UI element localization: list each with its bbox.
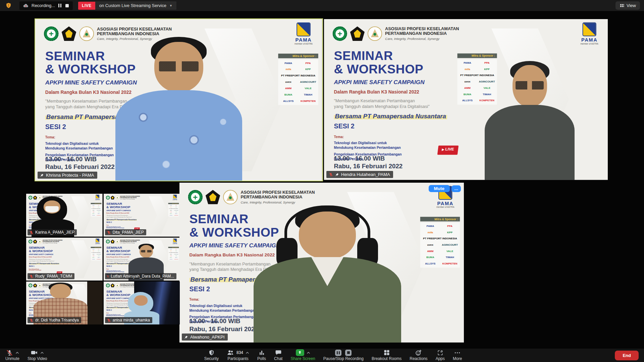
muted-mic-icon [107, 230, 111, 235]
poster-quote: "Membangun Keselamatan Pertambangan yang… [334, 98, 473, 110]
pama-logo: PAMA member of ASTRA [171, 195, 178, 201]
sponsor-logo-pt-freeport-indonesia: PT FREEPORT INDONESIA [91, 252, 101, 253]
stop-video-button[interactable]: Stop Video [23, 349, 51, 362]
meeting-info-shield-icon[interactable] [4, 1, 13, 10]
poster-header: ASOSIASI PROFESI KESELAMATAN PERTAMBANGA… [106, 240, 140, 244]
video-tile-dita-pama-jiep[interactable]: ASOSIASI PROFESI KESELAMATAN PERTAMBANGA… [104, 194, 180, 237]
video-tile-karina-a-pama-jiep[interactable]: ASOSIASI PROFESI KESELAMATAN PERTAMBANGA… [26, 194, 103, 237]
org-name-line2: PERTAMBANGAN INDONESIA [240, 195, 315, 200]
video-tile-khrisna-protecta[interactable]: ASOSIASI PROFESI KESELAMATAN PERTAMBANGA… [35, 18, 323, 181]
participant-name: Alwahono_APKPI [190, 335, 225, 340]
security-button[interactable]: Security [200, 349, 223, 362]
sponsor-logo-kpp: KPP [96, 206, 101, 208]
sponsor-logo-kpp: KPP [173, 250, 178, 252]
chevron-up-icon[interactable] [15, 352, 19, 354]
poster-header: ASOSIASI PROFESI KESELAMATAN PERTAMBANGA… [44, 26, 172, 41]
poster-schedule: 13.00 - 16.00 WIB Rabu, 16 Februari 2022 [190, 317, 258, 333]
sponsor-logo-kompeten: KOMPETEN [96, 215, 101, 216]
video-tile-hendra-hutahean[interactable]: ASOSIASI PROFESI KESELAMATAN PERTAMBANGA… [324, 19, 608, 180]
pinned-icon [40, 173, 44, 177]
org-tagline: Care, Integrity, Professional, Synergy [120, 242, 140, 243]
breakout-rooms-button[interactable]: Breakout Rooms [368, 349, 406, 362]
k3-logo-icon [106, 284, 110, 288]
video-tile-lutfan-amirsyah-dara-duta-pam[interactable]: ASOSIASI PROFESI KESELAMATAN PERTAMBANGA… [104, 238, 180, 281]
chevron-up-icon[interactable] [40, 352, 44, 354]
video-tile-alwahono[interactable]: ASOSIASI PROFESI KESELAMATAN PERTAMBANGA… [179, 183, 464, 343]
poster-partner-line: Bersama PT Pamapersada Nusantara [45, 113, 160, 121]
poster-session: SESI 2 [106, 265, 143, 267]
poster-partner-line: Bersama PT Pamapersada Nusantara [29, 219, 59, 221]
poster-header: ASOSIASI PROFESI KESELAMATAN PERTAMBANGA… [188, 190, 315, 204]
chat-button[interactable]: Chat [270, 349, 286, 362]
pama-logo-icon [297, 22, 311, 37]
sponsor-panel: Mitra & Sponsor : PAMAPPAmifaKPPPT FREEP… [91, 203, 102, 217]
stop-recording-button[interactable] [65, 4, 69, 7]
stop-recording-icon [345, 350, 352, 356]
pama-logo-icon [96, 195, 99, 198]
mute-participant-button[interactable]: Mute [429, 185, 450, 192]
polls-icon [259, 350, 265, 356]
sponsor-logo-ppa: PPA [96, 205, 101, 206]
sponsor-logo-timah: TIMAH [440, 255, 459, 260]
pama-logo: PAMA member of ASTRA [576, 22, 603, 45]
stream-service-dropdown[interactable]: on Custom Live Streaming Service ▼ [95, 1, 176, 10]
sponsor-logo-column: PAMAPPAmifaKPPPT FREEPORT INDONESIAuvexA… [168, 248, 179, 260]
pama-logo-icon [96, 239, 99, 242]
video-tile-anisa-mirda-uhamka[interactable]: ASOSIASI PROFESI KESELAMATAN PERTAMBANGA… [104, 282, 180, 324]
sponsor-logo-buma: BUMA [91, 213, 96, 215]
sponsor-logo-mifa: mifa [168, 250, 173, 252]
poster-live-badge: ▶LIVE [293, 308, 314, 317]
share-screen-button[interactable]: Share Screen [286, 349, 319, 362]
poster-title-line1: SEMINAR [334, 50, 473, 63]
poster-live-badge: ▶LIVE [150, 146, 171, 156]
unmute-button[interactable]: Unmute [1, 349, 23, 362]
poster-title-line2: & WORKSHOP [29, 293, 66, 297]
sponsor-logo-allsys: ALLSYS [91, 215, 96, 216]
sponsor-logo-pama: PAMA [168, 249, 173, 250]
org-name-line1: ASOSIASI PROFESI KESELAMATAN [240, 190, 315, 195]
chevron-up-icon[interactable] [246, 352, 249, 354]
live-badge: LIVE [78, 2, 95, 10]
poster-event-context: Dalam Rangka Bulan K3 Nasional 2022 [29, 213, 66, 214]
chevron-up-icon[interactable] [307, 352, 310, 354]
org-tagline: Care, Integrity, Professional, Synergy [43, 198, 62, 199]
video-tile-dr-didi-yudha-trisandya[interactable]: ASOSIASI PROFESI KESELAMATAN PERTAMBANGA… [26, 282, 103, 324]
tile-more-options-button[interactable]: … [451, 185, 461, 192]
sponsor-logo-kompeten: KOMPETEN [173, 259, 178, 260]
sponsor-logo-column: PAMAPPAmifaKPPPT FREEPORT INDONESIAuvexA… [458, 59, 497, 105]
sponsor-logo-uvex: uvex [91, 254, 96, 255]
end-meeting-button[interactable]: End [615, 351, 639, 360]
view-button[interactable]: View [615, 1, 640, 10]
participant-name-label: dr. Didi Yudha Trisandya [28, 317, 81, 323]
polls-button[interactable]: Polls [253, 349, 270, 362]
muted-mic-icon [329, 172, 333, 177]
poster-subtitle: APKPI MINE SAFETY CAMPAIGN [106, 254, 143, 256]
more-button[interactable]: More [449, 349, 466, 362]
poster-header: ASOSIASI PROFESI KESELAMATAN PERTAMBANGA… [29, 196, 62, 200]
webcam-background [87, 282, 103, 324]
shield-icon [208, 350, 215, 356]
sponsor-bar-label: Mitra & Sponsor : [168, 203, 179, 204]
poster-time: 13.00 - 16.00 WIB [190, 317, 258, 325]
sponsor-logo-timah: TIMAH [299, 93, 318, 98]
pause-stop-recording-button[interactable]: Pause/Stop Recording [319, 349, 368, 362]
org-name-line2: PERTAMBANGAN INDONESIA [97, 32, 172, 36]
pama-logo: PAMA member of ASTRA [94, 195, 101, 201]
poster-partner-line: Bersama PT Pamapersada Nusantara [106, 219, 137, 221]
sponsor-logo-pt-freeport-indonesia: PT FREEPORT INDONESIA [168, 252, 179, 253]
participant-name: anisa mirda_uhamka [113, 318, 150, 322]
sponsor-logo-uvex: uvex [91, 210, 96, 211]
poster-partner-line: Bersama PT Pamapersada Nusantara [334, 113, 447, 120]
muted-mic-icon [107, 318, 111, 322]
pause-recording-button[interactable] [58, 4, 62, 7]
recording-indicator: Recording... [19, 1, 73, 10]
sponsor-logo-amm: AMM [421, 249, 440, 254]
reactions-button[interactable]: Reactions [406, 349, 431, 362]
poster-partner-line: Bersama PT Pamapersada Nusantara [29, 263, 59, 265]
apps-button[interactable]: Apps [432, 349, 449, 362]
video-tile-rudy-pama-tcmm[interactable]: ASOSIASI PROFESI KESELAMATAN PERTAMBANGA… [26, 238, 103, 281]
k3-logo-icon [29, 240, 33, 244]
sponsor-logo-agincourt: AGINCOURT [299, 80, 318, 85]
apkpi-logo-icon [115, 240, 119, 244]
participants-button[interactable]: 834 Participants [223, 349, 253, 362]
